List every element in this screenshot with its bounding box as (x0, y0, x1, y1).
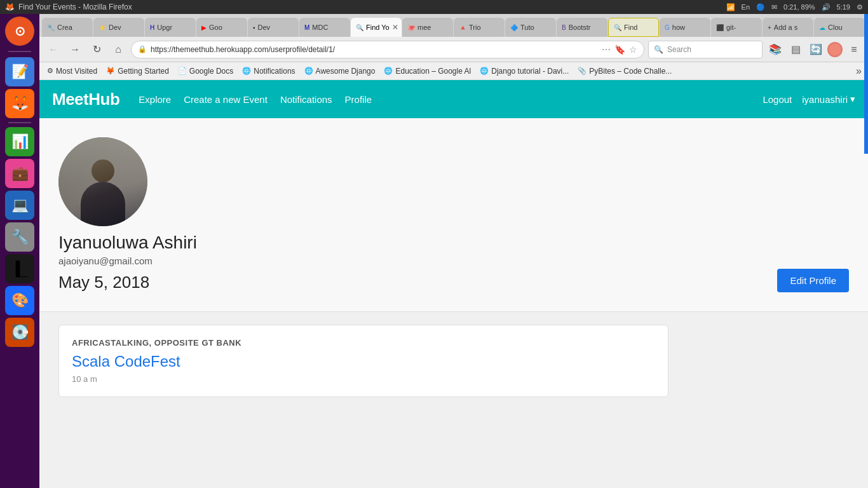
bookmark-icon-url[interactable]: 🔖 (614, 44, 625, 55)
getting-started-icon: 🦊 (106, 67, 115, 75)
taskbar-vscode[interactable]: 🎨 (5, 286, 34, 315)
profile-email: ajaoiyanu@gmail.com (58, 255, 849, 266)
taskbar-pc[interactable]: 💻 (5, 191, 34, 220)
taskbar-firefox[interactable]: 🦊 (5, 89, 34, 118)
star-icon[interactable]: ☆ (629, 44, 637, 55)
tab-tuto-icon: 🔷 (510, 24, 518, 31)
taskbar-tools[interactable]: 🔧 (5, 222, 34, 252)
tab-bootstrap[interactable]: BBootstr (557, 18, 607, 37)
tab-cloud-icon: ☁ (819, 24, 825, 31)
tab-dev2-icon: ▪ (253, 24, 255, 31)
lang-indicator: En (742, 3, 750, 11)
taskbar-ubuntu[interactable]: ⊙ (5, 17, 34, 46)
tab-crea-icon: 🔧 (47, 24, 55, 31)
bluetooth-icon: 🔵 (756, 3, 765, 11)
tab-dev1-icon: ⚡ (98, 24, 106, 31)
url-text: https://themeethub.herokuapp.com/userpro… (151, 45, 598, 54)
taskbar-terminal[interactable]: ▐_ (5, 254, 34, 283)
tab-meet[interactable]: 🐙mee (402, 18, 453, 37)
tab-git[interactable]: ⬛git- (711, 18, 762, 37)
search-bar[interactable]: 🔍 Search (648, 41, 763, 58)
tab-findyo[interactable]: 🔍Find Yo✕ (351, 18, 402, 37)
page-content: MeetHub Explore Create a new Event Notif… (39, 80, 868, 488)
bookmarks-overflow-btn[interactable]: » (853, 65, 864, 77)
sidebar-icon[interactable]: ▤ (787, 41, 804, 58)
most-visited-label: Most Visited (56, 67, 97, 76)
taskbar-disk[interactable]: 💽 (5, 318, 34, 347)
tab-dev1[interactable]: ⚡Dev (93, 18, 144, 37)
meethub-navbar: MeetHub Explore Create a new Event Notif… (39, 80, 868, 118)
nav-create-event[interactable]: Create a new Event (184, 94, 268, 105)
nav-profile[interactable]: Profile (345, 94, 372, 105)
bookmark-education-google[interactable]: 🌐 Education – Google Al (380, 65, 475, 77)
most-visited-icon: ⚙ (47, 67, 53, 75)
event-card: AFRICASTALKING, OPPOSITE GT BANK Scala C… (58, 325, 668, 397)
sync-icon[interactable]: 🔄 (807, 41, 825, 58)
reload-button[interactable]: ↻ (88, 41, 105, 58)
bookmark-most-visited[interactable]: ⚙ Most Visited (43, 65, 101, 77)
volume-icon: 🔊 (822, 3, 831, 11)
tab-trio[interactable]: 🔺Trio (454, 18, 505, 37)
django-tutorial-label: Django tutorial - Davi... (491, 67, 569, 76)
pybites-label: PyBites – Code Challe... (589, 67, 672, 76)
taskbar-writer[interactable]: 📝 (5, 57, 34, 86)
google-docs-icon: 📄 (178, 67, 187, 75)
taskbar-calc[interactable]: 📊 (5, 127, 34, 156)
meethub-nav-links: Explore Create a new Event Notifications… (139, 94, 372, 105)
bookmark-django-tutorial[interactable]: 🌐 Django tutorial - Davi... (476, 65, 573, 77)
title-bar: 🦊 Find Your Events - Mozilla Firefox 📶 E… (0, 0, 868, 14)
awesome-django-label: Awesome Django (316, 67, 376, 76)
back-button[interactable]: ← (44, 41, 62, 58)
tab-mdc-icon: M (304, 24, 309, 31)
bookmark-pybites[interactable]: 📎 PyBites – Code Challe... (574, 65, 675, 77)
tab-upgr-icon: H (150, 24, 154, 31)
bookmark-awesome-django[interactable]: 🌐 Awesome Django (301, 65, 379, 77)
nav-logout[interactable]: Logout (763, 94, 792, 105)
search-glass-icon: 🔍 (654, 45, 663, 54)
tab-add-icon: + (768, 24, 771, 31)
tab-how[interactable]: Ghow (660, 18, 710, 37)
taskbar-briefcase[interactable]: 💼 (5, 159, 34, 188)
library-icon[interactable]: 📚 (766, 41, 784, 58)
bookmark-google-docs[interactable]: 📄 Google Docs (174, 65, 237, 77)
events-section: AFRICASTALKING, OPPOSITE GT BANK Scala C… (39, 312, 868, 410)
event-title[interactable]: Scala CodeFest (72, 353, 655, 370)
tab-tuto[interactable]: 🔷Tuto (505, 18, 556, 37)
url-more-icon[interactable]: ⋯ (602, 44, 611, 55)
avatar-icon[interactable] (827, 42, 843, 57)
taskbar-separator (8, 51, 31, 52)
nav-username[interactable]: iyanuashiri ▾ (802, 93, 855, 105)
notifications-bookmark-icon: 🌐 (242, 67, 251, 75)
menu-icon[interactable]: ≡ (845, 41, 863, 58)
tab-find[interactable]: 🔍Find (608, 18, 659, 37)
secure-icon: 🔒 (138, 45, 147, 53)
tab-close-findyo[interactable]: ✕ (392, 23, 398, 32)
taskbar-separator2 (8, 122, 31, 123)
tab-mdc[interactable]: MMDC (299, 18, 350, 37)
tab-find-icon: 🔍 (614, 24, 621, 31)
tab-upgr[interactable]: HUpgr (145, 18, 196, 37)
tab-add[interactable]: +Add a s (763, 18, 813, 37)
education-google-label: Education – Google Al (395, 67, 471, 76)
url-bar[interactable]: 🔒 https://themeethub.herokuapp.com/userp… (131, 41, 644, 58)
nav-explore[interactable]: Explore (139, 94, 171, 105)
bookmark-getting-started[interactable]: 🦊 Getting Started (102, 65, 173, 77)
pybites-icon: 📎 (578, 67, 587, 75)
nav-notifications[interactable]: Notifications (280, 94, 332, 105)
taskbar: ⊙ 📝 🦊 📊 💼 💻 🔧 ▐_ 🎨 💽 (0, 14, 39, 488)
nav-bar: ← → ↻ ⌂ 🔒 https://themeethub.herokuapp.c… (39, 37, 868, 62)
forward-button[interactable]: → (66, 41, 84, 58)
home-button[interactable]: ⌂ (109, 41, 127, 58)
browser-icon: 🦊 (5, 3, 15, 11)
tab-goo[interactable]: ▶Goo (196, 18, 247, 37)
tab-findyo-icon: 🔍 (356, 24, 363, 31)
tab-dev2[interactable]: ▪Dev (248, 18, 299, 37)
meethub-nav-right: Logout iyanuashiri ▾ (763, 93, 855, 105)
avatar-overlay (58, 137, 147, 226)
tab-crea[interactable]: 🔧Crea (42, 18, 93, 37)
accent-bar (864, 14, 868, 154)
tab-cloud[interactable]: ☁Clou (814, 18, 865, 37)
browser-window: 🔧Crea ⚡Dev HUpgr ▶Goo ▪Dev MMDC 🔍Find Yo… (39, 14, 868, 488)
bookmark-notifications[interactable]: 🌐 Notifications (238, 65, 299, 77)
edit-profile-button[interactable]: Edit Profile (777, 269, 849, 292)
